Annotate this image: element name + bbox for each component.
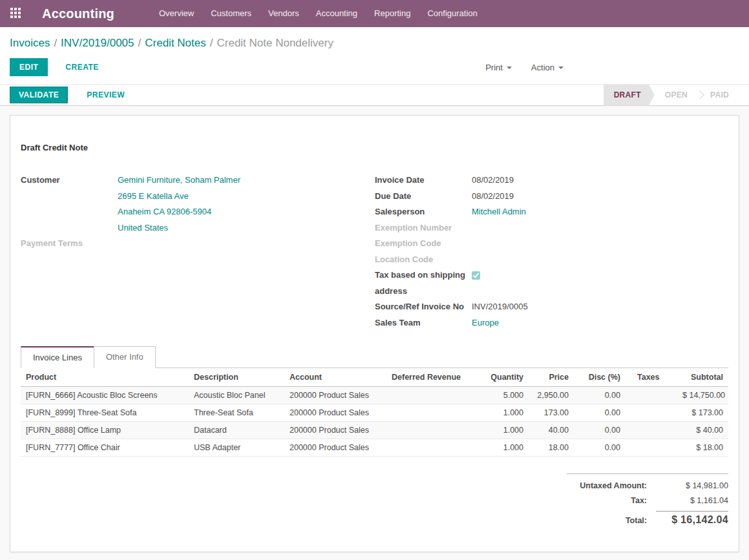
caret-down-icon bbox=[558, 67, 564, 69]
breadcrumb-separator: / bbox=[54, 37, 57, 49]
col-description: Description bbox=[189, 368, 284, 387]
invoice-date-value: 08/02/2019 bbox=[472, 172, 514, 189]
table-header-row: Product Description Account Deferred Rev… bbox=[21, 368, 728, 387]
col-product: Product bbox=[21, 368, 189, 387]
status-pipeline: DRAFT OPEN PAID bbox=[604, 85, 739, 106]
tax-shipping-address-label: Tax based on shipping address bbox=[375, 267, 472, 299]
untaxed-amount-label: Untaxed Amount: bbox=[580, 481, 647, 490]
col-deferred-revenue: Deferred Revenue bbox=[386, 368, 464, 387]
action-dropdown[interactable]: Action bbox=[531, 63, 564, 72]
navbar-menu: Overview Customers Vendors Accounting Re… bbox=[151, 0, 486, 27]
source-ref-invoice-value: INV/2019/0005 bbox=[472, 299, 528, 315]
status-stage-draft[interactable]: DRAFT bbox=[604, 85, 655, 106]
customer-address-country: United States bbox=[118, 220, 240, 236]
notebook-tabs: Invoice Lines Other Info bbox=[21, 346, 728, 368]
breadcrumb-current: Credit Note Nondelivery bbox=[216, 37, 333, 49]
untaxed-amount-value: $ 14,981.00 bbox=[656, 481, 728, 490]
preview-button[interactable]: PREVIEW bbox=[83, 90, 129, 100]
tax-label: Tax: bbox=[631, 496, 647, 505]
menu-item-overview[interactable]: Overview bbox=[151, 0, 202, 27]
form-fields: Customer Gemini Furniture, Soham Palmer … bbox=[21, 172, 728, 331]
invoice-lines-table: Product Description Account Deferred Rev… bbox=[21, 368, 728, 457]
total-label: Total: bbox=[626, 516, 647, 525]
edit-button[interactable]: EDIT bbox=[10, 58, 48, 76]
invoice-line-row[interactable]: [FURN_6666] Acoustic Bloc Screens Acoust… bbox=[21, 387, 728, 404]
customer-address-city: Anaheim CA 92806-5904 bbox=[118, 204, 240, 220]
content-area: Draft Credit Note Customer Gemini Furnit… bbox=[0, 106, 749, 560]
customer-value: Gemini Furniture, Soham Palmer 2695 E Ka… bbox=[118, 172, 240, 236]
apps-grid-icon[interactable] bbox=[10, 8, 22, 19]
breadcrumb-credit-notes[interactable]: Credit Notes bbox=[145, 37, 206, 49]
breadcrumb-invoice-number[interactable]: INV/2019/0005 bbox=[61, 37, 134, 49]
salesperson-link[interactable]: Mitchell Admin bbox=[472, 204, 526, 220]
menu-item-customers[interactable]: Customers bbox=[202, 0, 260, 27]
col-quantity: Quantity bbox=[464, 368, 529, 387]
create-button[interactable]: CREATE bbox=[61, 62, 102, 72]
source-ref-invoice-label: Source/Ref Invoice No bbox=[375, 299, 472, 315]
totals-block: Untaxed Amount: $ 14,981.00 Tax: $ 1,161… bbox=[567, 473, 728, 526]
caret-down-icon bbox=[507, 67, 512, 69]
invoice-line-row[interactable]: [FURN_7777] Office Chair USB Adapter 200… bbox=[21, 439, 728, 457]
location-code-label: Location Code bbox=[375, 252, 472, 268]
col-subtotal: Subtotal bbox=[677, 368, 728, 387]
col-account: Account bbox=[284, 368, 386, 387]
status-stage-open[interactable]: OPEN bbox=[655, 85, 698, 106]
sales-team-label: Sales Team bbox=[375, 315, 472, 331]
action-dropdowns: Print Action bbox=[485, 63, 564, 72]
breadcrumb: Invoices/INV/2019/0005/Credit Notes/Cred… bbox=[10, 36, 739, 51]
tax-shipping-address-checkbox[interactable] bbox=[472, 271, 480, 280]
breadcrumb-separator: / bbox=[210, 37, 213, 49]
invoice-line-row[interactable]: [FURN_8999] Three-Seat Sofa Three-Seat S… bbox=[21, 404, 728, 422]
invoice-line-row[interactable]: [FURN_8888] Office Lamp Datacard 200000 … bbox=[21, 422, 728, 439]
status-stage-paid[interactable]: PAID bbox=[700, 85, 739, 106]
sales-team-link[interactable]: Europe bbox=[472, 315, 499, 331]
app-title[interactable]: Accounting bbox=[42, 6, 114, 21]
menu-item-configuration[interactable]: Configuration bbox=[419, 0, 485, 27]
due-date-value: 08/02/2019 bbox=[472, 189, 514, 205]
col-price: Price bbox=[529, 368, 574, 387]
menu-item-vendors[interactable]: Vendors bbox=[260, 0, 308, 27]
menu-item-accounting[interactable]: Accounting bbox=[308, 0, 366, 27]
credit-note-sheet: Draft Credit Note Customer Gemini Furnit… bbox=[10, 115, 739, 552]
breadcrumb-invoices[interactable]: Invoices bbox=[10, 37, 50, 49]
customer-label: Customer bbox=[21, 172, 118, 236]
invoice-date-label: Invoice Date bbox=[375, 172, 472, 189]
col-disc: Disc (%) bbox=[574, 368, 626, 387]
document-title: Draft Credit Note bbox=[21, 143, 728, 152]
top-navbar: Accounting Overview Customers Vendors Ac… bbox=[0, 0, 749, 27]
total-value: $ 16,142.04 bbox=[656, 511, 728, 526]
statusbar-row: VALIDATE PREVIEW DRAFT OPEN PAID bbox=[0, 84, 749, 106]
exemption-number-label: Exemption Number bbox=[375, 220, 472, 236]
salesperson-label: Salesperson bbox=[375, 204, 472, 220]
payment-terms-label: Payment Terms bbox=[21, 236, 118, 252]
exemption-code-label: Exemption Code bbox=[375, 236, 472, 252]
tax-value: $ 1,161.04 bbox=[656, 496, 728, 505]
print-dropdown[interactable]: Print bbox=[485, 63, 512, 72]
col-taxes: Taxes bbox=[626, 368, 677, 387]
validate-button[interactable]: VALIDATE bbox=[10, 87, 68, 103]
tab-other-info[interactable]: Other Info bbox=[94, 346, 156, 368]
tab-invoice-lines[interactable]: Invoice Lines bbox=[21, 346, 94, 368]
customer-address-street: 2695 E Katella Ave bbox=[118, 189, 240, 205]
control-panel: Invoices/INV/2019/0005/Credit Notes/Cred… bbox=[0, 27, 749, 106]
menu-item-reporting[interactable]: Reporting bbox=[366, 0, 419, 27]
customer-link[interactable]: Gemini Furniture, Soham Palmer bbox=[118, 172, 240, 189]
breadcrumb-separator: / bbox=[138, 37, 142, 49]
due-date-label: Due Date bbox=[375, 189, 472, 205]
